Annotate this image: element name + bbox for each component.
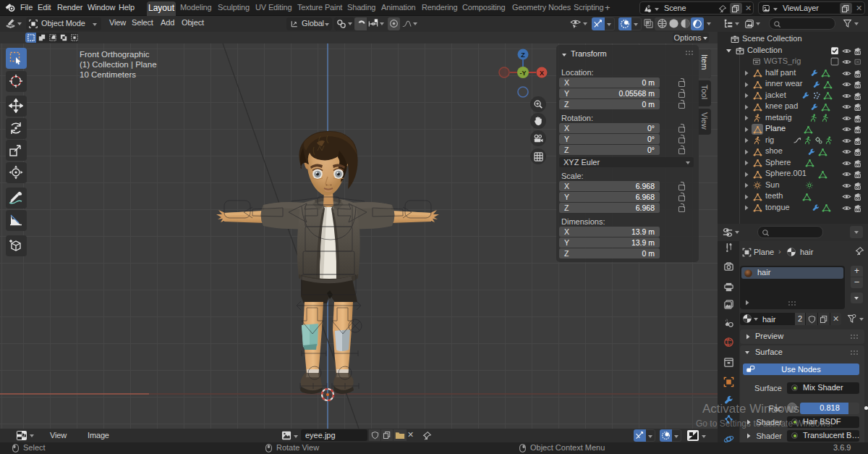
svg-text:Z: Z — [521, 51, 525, 59]
svg-text:X: X — [540, 70, 544, 77]
svg-text:-Y: -Y — [520, 70, 527, 77]
